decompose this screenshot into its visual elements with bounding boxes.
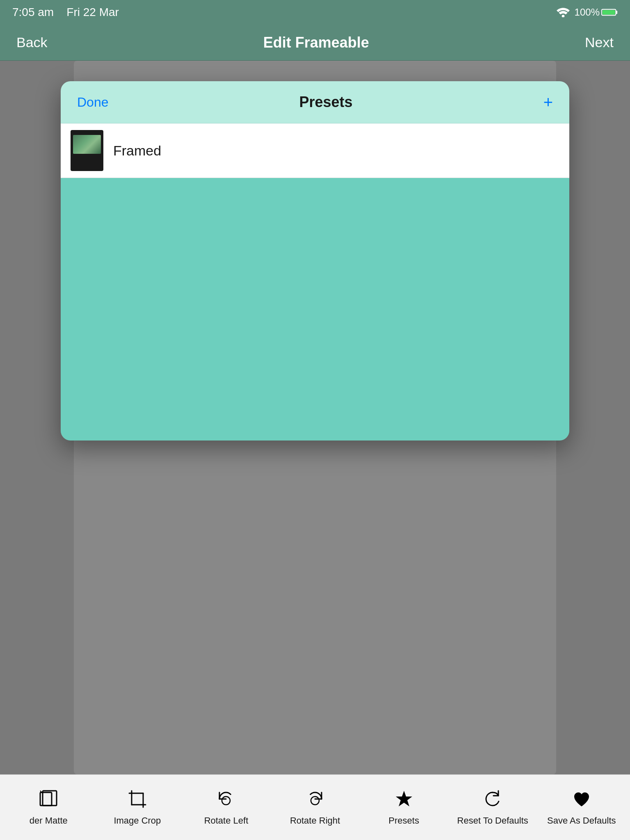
- presets-list: Framed: [61, 123, 569, 178]
- back-button[interactable]: Back: [16, 34, 48, 50]
- save-defaults-label: Save As Defaults: [547, 815, 616, 826]
- reset-label: Reset To Defaults: [457, 815, 528, 826]
- image-crop-label: Image Crop: [114, 815, 161, 826]
- presets-label: Presets: [388, 815, 419, 826]
- svg-rect-2: [616, 11, 617, 14]
- modal-body: [61, 178, 569, 441]
- save-defaults-icon: [572, 789, 591, 812]
- rotate-right-icon: [305, 789, 325, 812]
- next-button[interactable]: Next: [585, 34, 614, 50]
- modal-header: Done Presets +: [61, 81, 569, 123]
- status-date: Fri 22 Mar: [66, 6, 119, 18]
- image-crop-icon: [128, 789, 147, 812]
- border-matte-label: der Matte: [30, 815, 68, 826]
- bottom-toolbar: der Matte Image Crop Rotate Left: [0, 774, 630, 840]
- rotate-left-icon: [216, 789, 236, 812]
- rotate-right-label: Rotate Right: [290, 815, 340, 826]
- border-matte-icon: [39, 789, 58, 812]
- status-right-icons: 100%: [557, 7, 618, 18]
- preset-thumbnail: [71, 130, 103, 171]
- toolbar-item-image-crop[interactable]: Image Crop: [93, 785, 182, 830]
- svg-point-13: [311, 797, 319, 805]
- wifi-icon: [557, 7, 570, 17]
- reset-icon: [483, 789, 502, 812]
- list-item[interactable]: Framed: [61, 123, 569, 178]
- toolbar-item-presets[interactable]: Presets: [359, 785, 448, 830]
- battery-indicator: 100%: [575, 7, 618, 18]
- presets-modal: Done Presets + Framed: [61, 81, 569, 441]
- toolbar-item-border-matte[interactable]: der Matte: [4, 785, 93, 830]
- status-time: 7:05 am: [12, 6, 54, 18]
- modal-done-button[interactable]: Done: [77, 95, 109, 110]
- toolbar-item-reset[interactable]: Reset To Defaults: [448, 785, 537, 830]
- svg-rect-3: [603, 10, 615, 15]
- rotate-left-label: Rotate Left: [204, 815, 249, 826]
- modal-overlay: Done Presets + Framed: [0, 61, 630, 774]
- modal-add-button[interactable]: +: [543, 94, 553, 110]
- status-time-date: 7:05 am Fri 22 Mar: [12, 6, 119, 19]
- presets-icon: [394, 789, 414, 812]
- modal-title: Presets: [299, 94, 353, 111]
- svg-rect-4: [40, 792, 52, 806]
- svg-marker-14: [396, 791, 412, 806]
- page-title: Edit Frameable: [263, 34, 369, 51]
- svg-point-0: [562, 15, 564, 17]
- battery-percentage: 100%: [575, 7, 600, 18]
- toolbar-item-save-defaults[interactable]: Save As Defaults: [537, 785, 626, 830]
- nav-bar: Back Edit Frameable Next: [0, 25, 630, 61]
- toolbar-item-rotate-right[interactable]: Rotate Right: [271, 785, 360, 830]
- svg-rect-11: [132, 793, 143, 805]
- battery-icon: [601, 8, 618, 16]
- preset-name: Framed: [113, 143, 161, 159]
- toolbar-item-rotate-left[interactable]: Rotate Left: [182, 785, 271, 830]
- preset-thumbnail-image: [73, 135, 101, 154]
- svg-point-12: [222, 797, 230, 805]
- status-bar: 7:05 am Fri 22 Mar 100%: [0, 0, 630, 25]
